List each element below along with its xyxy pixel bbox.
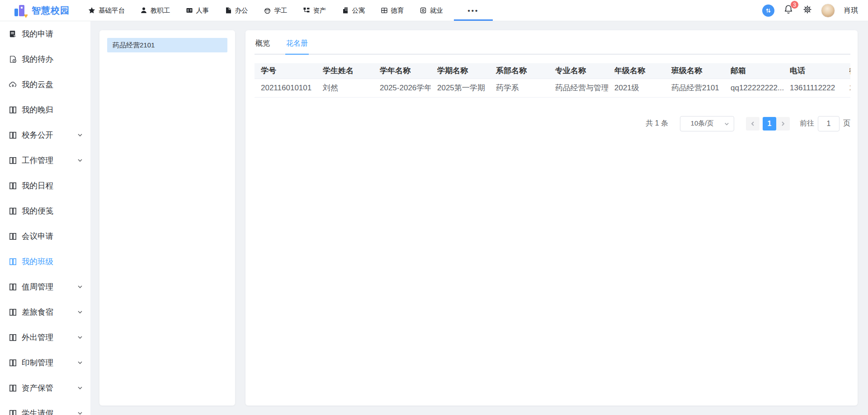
chevron-down-icon bbox=[77, 410, 83, 415]
cell-school-year: 2025-2026学年 bbox=[373, 79, 431, 97]
book-icon bbox=[9, 308, 17, 317]
chevron-down-icon bbox=[77, 359, 83, 366]
col-email: 邮箱 bbox=[724, 63, 783, 79]
top-navbar: ♥ 智慧校园 基础平台 教职工 人事 办公 bbox=[0, 0, 868, 21]
nav-item-more[interactable]: ••• bbox=[454, 0, 493, 21]
col-class-name: 班级名称 bbox=[665, 63, 724, 79]
tab-overview[interactable]: 概览 bbox=[255, 33, 271, 54]
col-department: 系部名称 bbox=[490, 63, 549, 79]
sidebar-item-school-affairs[interactable]: 校务公开 bbox=[0, 122, 90, 148]
student-icon bbox=[264, 7, 271, 14]
book-icon bbox=[9, 283, 17, 291]
notification-badge: 3 bbox=[790, 0, 799, 9]
sidebar-item-meeting-request[interactable]: 会议申请 bbox=[0, 224, 90, 249]
book-icon bbox=[9, 106, 17, 114]
app-logo[interactable]: ♥ 智慧校园 bbox=[0, 3, 84, 18]
nav-item-moral[interactable]: 德育 bbox=[376, 0, 409, 21]
notifications-button[interactable]: 3 bbox=[783, 4, 794, 17]
col-student-id: 学号 bbox=[255, 63, 316, 79]
nav-item-office[interactable]: 办公 bbox=[220, 0, 253, 21]
book-icon bbox=[9, 207, 17, 215]
settings-button[interactable] bbox=[802, 5, 812, 16]
cell-semester: 2025第一学期 bbox=[431, 79, 490, 97]
cell-student-id: 202116010101 bbox=[255, 79, 316, 97]
next-page-button[interactable] bbox=[776, 117, 790, 131]
nav-item-apartment[interactable]: 公寓 bbox=[337, 0, 370, 21]
sidebar-item-my-todos[interactable]: 我的待办 bbox=[0, 47, 90, 72]
col-grade: 年级名称 bbox=[608, 63, 665, 79]
sidebar-item-my-cloud[interactable]: 我的云盘 bbox=[0, 72, 90, 97]
prev-page-button[interactable] bbox=[746, 117, 760, 131]
document-icon bbox=[225, 7, 232, 14]
chevron-down-icon bbox=[77, 132, 83, 138]
logo-icon: ♥ bbox=[14, 3, 28, 18]
sidebar-item-printing-management[interactable]: 印制管理 bbox=[0, 350, 90, 375]
sidebar-item-asset-custody[interactable]: 资产保管 bbox=[0, 375, 90, 401]
topnav-right-cluster: 3 肖琪 bbox=[762, 4, 868, 18]
app-title: 智慧校园 bbox=[32, 5, 70, 17]
avatar[interactable] bbox=[821, 4, 835, 18]
sidebar-item-outing-management[interactable]: 外出管理 bbox=[0, 325, 90, 350]
page-number-button[interactable]: 1 bbox=[763, 117, 776, 131]
sidebar-item-student-leave[interactable]: 学生请假 bbox=[0, 401, 90, 415]
cell-email: qq122222222... bbox=[724, 79, 783, 97]
doc-edit-icon bbox=[9, 30, 17, 38]
col-major: 专业名称 bbox=[549, 63, 608, 79]
cell-phone: 13611112222 bbox=[783, 79, 843, 97]
col-clipped: 微信号 bbox=[843, 63, 850, 79]
sidebar-item-my-schedule[interactable]: 我的日程 bbox=[0, 173, 90, 198]
book-icon bbox=[9, 182, 17, 190]
cell-clipped: 2222 bbox=[843, 79, 850, 97]
cell-major: 药品经营与管理 bbox=[549, 79, 608, 97]
book-icon bbox=[9, 409, 17, 415]
user-icon bbox=[140, 7, 147, 14]
nav-item-staff[interactable]: 教职工 bbox=[136, 0, 175, 21]
nav-item-platform[interactable]: 基础平台 bbox=[84, 0, 129, 21]
chevron-down-icon bbox=[77, 157, 83, 163]
chevron-down-icon bbox=[77, 385, 83, 391]
book-icon bbox=[9, 359, 17, 367]
sidebar-item-work-management[interactable]: 工作管理 bbox=[0, 148, 90, 173]
pagination-total: 共 1 条 bbox=[646, 119, 668, 128]
detail-tabs: 概览 花名册 bbox=[255, 33, 850, 55]
chevron-down-icon bbox=[77, 334, 83, 340]
page-size-select[interactable]: 10条/页 bbox=[680, 116, 734, 131]
chevron-down-icon bbox=[77, 309, 83, 315]
page-unit-label: 页 bbox=[843, 119, 850, 128]
grid-icon bbox=[381, 7, 388, 14]
nav-item-hr[interactable]: 人事 bbox=[181, 0, 214, 21]
primary-nav: 基础平台 教职工 人事 办公 学工 bbox=[84, 0, 499, 21]
class-list-item-selected[interactable]: 药品经营2101 bbox=[107, 38, 227, 52]
sidebar-item-my-applications[interactable]: 我的申请 bbox=[0, 21, 90, 47]
book-icon bbox=[9, 131, 17, 140]
cell-department: 药学系 bbox=[490, 79, 549, 97]
sidebar-item-my-class[interactable]: 我的班级 bbox=[0, 249, 90, 274]
star-icon bbox=[88, 7, 95, 14]
nav-item-employment[interactable]: 就业 bbox=[415, 0, 448, 21]
tab-roster[interactable]: 花名册 bbox=[285, 33, 309, 54]
roster-table-wrap: 学号 学生姓名 学年名称 学期名称 系部名称 专业名称 年级名称 班级名称 邮箱… bbox=[255, 63, 850, 98]
nav-item-student-affairs[interactable]: 学工 bbox=[259, 0, 292, 21]
goto-page-input[interactable] bbox=[818, 116, 840, 131]
sidebar-item-travel-board[interactable]: 差旅食宿 bbox=[0, 299, 90, 325]
book-icon bbox=[9, 232, 17, 241]
pagination: 共 1 条 10条/页 1 前往 页 bbox=[255, 116, 850, 131]
sidebar-item-late-return[interactable]: 我的晚归 bbox=[0, 97, 90, 122]
roster-table: 学号 学生姓名 学年名称 学期名称 系部名称 专业名称 年级名称 班级名称 邮箱… bbox=[255, 63, 850, 98]
chevron-down-icon bbox=[77, 284, 83, 290]
table-row[interactable]: 202116010101 刘然 2025-2026学年 2025第一学期 药学系… bbox=[255, 79, 850, 97]
book-icon bbox=[9, 257, 17, 266]
username[interactable]: 肖琪 bbox=[844, 6, 858, 15]
sidebar: 我的申请 我的待办 我的云盘 我的晚归 校务公开 工作管理 bbox=[0, 21, 90, 415]
class-detail-panel: 概览 花名册 学号 学生姓名 学年名称 学期名称 系部名称 专业名称 年级名称 … bbox=[245, 30, 858, 406]
cell-class-name: 药品经营2101 bbox=[665, 79, 724, 97]
asset-list-icon bbox=[303, 7, 310, 14]
col-semester: 学期名称 bbox=[431, 63, 490, 79]
sidebar-item-duty-week[interactable]: 值周管理 bbox=[0, 274, 90, 299]
nav-item-assets[interactable]: 资产 bbox=[298, 0, 331, 21]
employment-icon bbox=[420, 7, 427, 14]
sidebar-item-my-notes[interactable]: 我的便笺 bbox=[0, 198, 90, 224]
cloud-icon bbox=[9, 80, 17, 89]
gear-icon bbox=[802, 5, 812, 16]
sort-arrows-icon[interactable] bbox=[762, 5, 774, 17]
